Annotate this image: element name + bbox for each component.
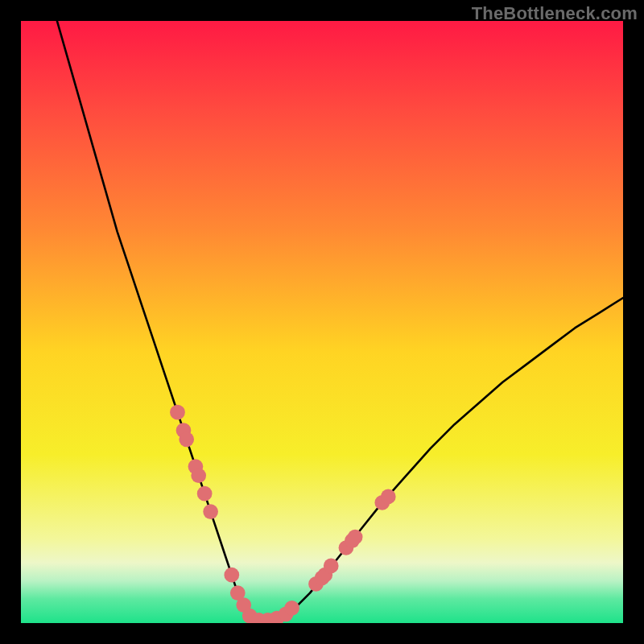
curve-marker	[170, 405, 185, 420]
curve-marker	[381, 489, 396, 505]
curve-marker	[324, 559, 339, 574]
curve-layer	[21, 21, 623, 623]
curve-marker	[284, 601, 299, 616]
plot-area	[21, 21, 623, 623]
curve-marker	[348, 530, 363, 545]
curve-marker	[224, 568, 239, 583]
curve-markers	[170, 405, 396, 623]
bottleneck-curve-path	[57, 21, 623, 620]
curve-marker	[203, 504, 218, 519]
curve-marker	[179, 432, 194, 448]
curve-marker	[191, 468, 206, 483]
bottleneck-chart: TheBottleneck.com	[0, 0, 644, 644]
curve-marker	[197, 486, 213, 502]
